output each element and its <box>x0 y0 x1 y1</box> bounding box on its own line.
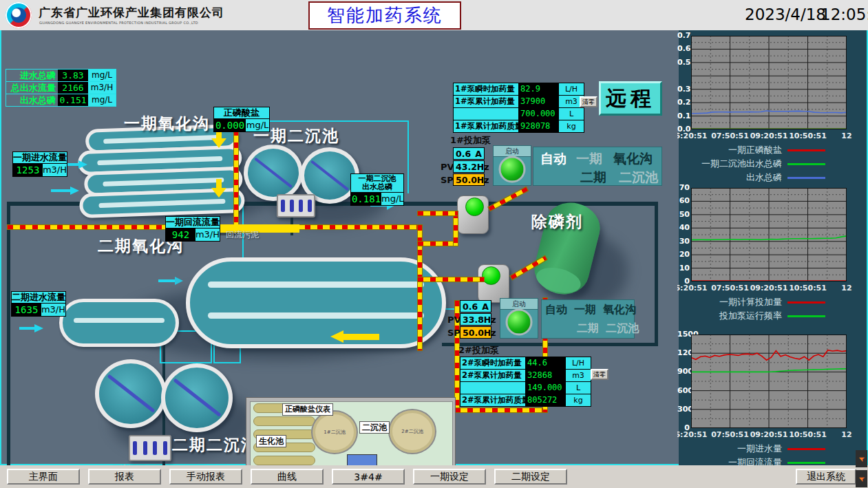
legend-line-swatch <box>787 462 825 464</box>
y-tick-label: 0.2 <box>677 98 690 107</box>
pump1-mode-panel: 自动一期氧化沟二期二沉池 <box>533 147 662 186</box>
dose-table-unit: L/H <box>566 357 591 369</box>
y-tick-label: 0.5 <box>677 58 690 67</box>
y-tick-label: 40 <box>677 223 690 233</box>
pump-2-run-indicator <box>482 266 500 285</box>
mode-option-二沉池[interactable]: 二沉池 <box>619 169 658 187</box>
dosing-point-arrow <box>216 179 222 188</box>
dosing-pipe <box>453 212 458 246</box>
x-tick-label: 09:20:51 <box>750 284 788 293</box>
nav-3-4-button[interactable]: 3#4# <box>332 469 405 485</box>
inflow-arrow <box>78 160 87 169</box>
y-tick-label: 600 <box>677 386 690 396</box>
corner-arrow-button-top[interactable]: ➤ <box>856 450 867 467</box>
inlet-tp-unit: mg/L <box>88 70 116 81</box>
inflow-arrow <box>34 324 43 332</box>
legend-label: 一期计算投加量 <box>677 296 782 308</box>
diagram-clarifier-1-label: 1#二沉池 <box>324 429 345 436</box>
x-tick-label: 6:20:51 <box>677 430 708 439</box>
clarifier-2b <box>161 363 233 432</box>
y-tick-label: 0.3 <box>677 85 690 94</box>
legend-item: 投加泵运行频率 <box>677 310 825 321</box>
clarifier-1a <box>244 145 303 201</box>
nav-phase1-setting-button[interactable]: 一期设定 <box>413 469 486 485</box>
pump-1-run-indicator <box>465 198 484 216</box>
bio-channel <box>253 416 315 426</box>
exit-system-button[interactable]: 退出系统 <box>796 469 856 485</box>
mode-option-一期[interactable]: 一期 <box>576 150 602 168</box>
nav-phase2-setting-button[interactable]: 二期设定 <box>494 469 567 485</box>
pump2-start-box: 启动 <box>500 298 538 339</box>
dosing-point-arrow <box>211 138 226 148</box>
nav-report-button[interactable]: 报表 <box>88 469 161 485</box>
pump1-current-cell: 0.6 A <box>453 147 485 160</box>
x-tick-label: 07:50:51 <box>711 131 749 140</box>
pump1-pv: 43.2 <box>456 162 477 172</box>
x-tick-label: 10:50:51 <box>789 430 827 439</box>
pump1-start-button[interactable] <box>499 156 526 183</box>
pump1-clear-button[interactable]: 清零 <box>580 96 597 107</box>
mode-option-自动[interactable]: 自动 <box>545 303 567 317</box>
pump2-pv-cell: 33.8 Hz <box>460 313 491 326</box>
diagram-clarifier-1: 1#二沉池 <box>311 410 358 454</box>
clarifier1-outlet-tp-unit: mg/L <box>381 193 403 205</box>
pump2-current: 0.6 <box>463 301 478 312</box>
total-outflow-value: 2166 <box>58 82 88 94</box>
dose-table-label: 1#泵累计加药质量 <box>453 120 518 132</box>
dose-table-label <box>460 382 525 394</box>
y-tick-label: 1200 <box>677 348 690 358</box>
legend-item: 一期正磷酸盐 <box>677 145 825 156</box>
orthophosphate-value: 0.000 <box>214 119 246 131</box>
x-tick-label: 12 <box>841 131 851 140</box>
orthophosphate-unit: mg/L <box>246 119 269 131</box>
legend-line-swatch <box>787 448 825 450</box>
legend-item: 一期二沉池出水总磷 <box>677 158 825 169</box>
legend-label: 投加泵运行频率 <box>677 310 782 322</box>
x-tick-label: 07:50:51 <box>711 284 749 293</box>
pipe <box>407 120 409 193</box>
corner-arrow-button-bottom[interactable]: ➤ <box>856 470 867 487</box>
inflow-arrow <box>70 187 79 195</box>
ditch-flow-arrow <box>158 279 175 282</box>
nav-main-button[interactable]: 主界面 <box>7 469 80 485</box>
x-tick-label: 12 <box>841 284 851 293</box>
mode-option-自动[interactable]: 自动 <box>540 150 567 168</box>
x-tick-label: 12 <box>841 430 851 439</box>
mode-option-氧化沟[interactable]: 氧化沟 <box>603 303 636 317</box>
nav-manual-report-button[interactable]: 手动报表 <box>169 469 242 485</box>
dosing-pipe <box>417 277 485 282</box>
dose-table-value: 32868 <box>525 370 566 381</box>
nav-curve-button[interactable]: 曲线 <box>251 469 324 485</box>
p1-return-box: 一期回流流量 942 m3/H <box>165 216 220 242</box>
x-tick-label: 09:20:51 <box>750 131 788 140</box>
pump2-start-button[interactable] <box>506 309 533 336</box>
remote-mode-button[interactable]: 远程 <box>599 81 662 116</box>
pump1-current: 0.6 <box>456 149 471 159</box>
pump2-name: 2#投加泵 <box>458 344 499 357</box>
p1-inflow-box: 一期进水流量 1253 m3/H <box>12 151 67 177</box>
mode-option-二沉池[interactable]: 二沉池 <box>606 321 639 336</box>
dose-table-value: 37900 <box>518 96 559 107</box>
inflow-arrow <box>19 327 34 330</box>
dose-table-unit: kg <box>559 120 584 132</box>
mode-option-氧化沟[interactable]: 氧化沟 <box>613 150 653 168</box>
p1-inflow-unit: m3/H <box>43 164 67 176</box>
mode-option-一期[interactable]: 一期 <box>574 303 596 317</box>
mode-option-二期[interactable]: 二期 <box>577 321 599 336</box>
dosing-pipe <box>487 186 529 211</box>
legend-line-swatch <box>787 149 825 151</box>
p2-inflow-value: 1635 <box>12 304 41 316</box>
pump1-sp-cell[interactable]: 50.0 Hz <box>453 173 485 186</box>
pump2-mode-panel: 自动一期氧化沟二期二沉池 <box>541 299 635 339</box>
dosing-pipe <box>417 211 458 216</box>
dosing-pipe <box>233 117 239 229</box>
dose-table-value: 700.000 <box>518 108 559 120</box>
oxidation-ditch-1-title: 一期氧化沟 <box>124 113 210 134</box>
pump1-pv-unit: Hz <box>477 162 489 172</box>
clarifier1-outlet-tp-value: 0.181 <box>351 193 381 205</box>
pump2-sp: 50.0 <box>463 328 484 338</box>
mode-option-二期[interactable]: 二期 <box>580 169 606 187</box>
pump2-clear-button[interactable]: 清零 <box>591 369 608 380</box>
pump2-sp-cell[interactable]: 50.0 Hz <box>460 326 491 339</box>
y-tick-label: 10 <box>677 264 690 273</box>
